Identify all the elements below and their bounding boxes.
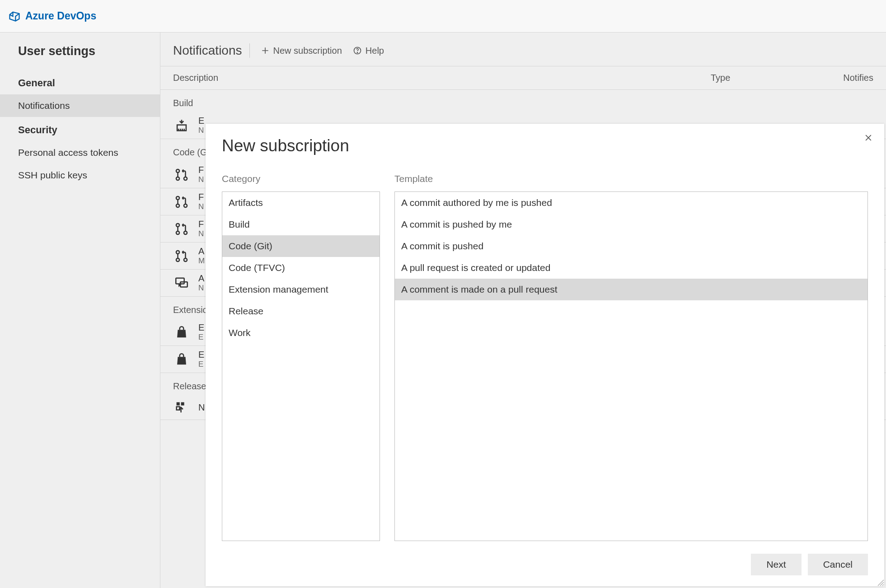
row-line1: A	[198, 273, 204, 284]
row-line1: E	[198, 322, 204, 333]
next-button[interactable]: Next	[751, 554, 801, 575]
close-icon	[864, 133, 873, 142]
category-item-release[interactable]: Release	[222, 300, 380, 322]
category-item-artifacts[interactable]: Artifacts	[222, 192, 380, 214]
row-line1: F	[198, 165, 204, 175]
row-line2: E	[198, 360, 204, 369]
category-item-extension-management[interactable]: Extension management	[222, 279, 380, 300]
row-line2: M	[198, 257, 205, 266]
modal-title: New subscription	[222, 136, 868, 155]
new-subscription-modal: New subscription Category Artifacts Buil…	[206, 124, 884, 586]
svg-point-3	[176, 169, 179, 172]
category-item-code-tfvc[interactable]: Code (TFVC)	[222, 257, 380, 279]
svg-point-7	[176, 204, 179, 207]
row-line2: N	[198, 202, 204, 211]
svg-point-4	[176, 177, 179, 180]
row-line2: N	[198, 229, 204, 238]
new-subscription-label: New subscription	[273, 46, 342, 56]
svg-point-6	[176, 196, 179, 199]
pull-request-icon	[173, 220, 190, 238]
row-line1: A	[198, 246, 205, 257]
azure-devops-icon	[8, 10, 21, 23]
sidebar-item-notifications[interactable]: Notifications	[0, 94, 160, 117]
sidebar-item-ssh-public-keys[interactable]: SSH public keys	[0, 164, 160, 187]
template-label: Template	[394, 173, 868, 184]
release-icon	[173, 399, 190, 416]
category-listbox: Artifacts Build Code (Git) Code (TFVC) E…	[222, 191, 380, 541]
section-build: Build	[160, 90, 886, 112]
svg-point-8	[184, 204, 187, 207]
close-button[interactable]	[863, 132, 874, 144]
svg-rect-17	[177, 402, 180, 406]
category-label: Category	[222, 173, 380, 184]
help-label: Help	[366, 46, 384, 56]
template-item-commit-authored-pushed[interactable]: A commit authored by me is pushed	[395, 192, 867, 214]
row-line1: F	[198, 219, 204, 229]
pull-request-icon	[173, 247, 190, 265]
row-line2: E	[198, 333, 204, 342]
row-line1: E	[198, 350, 204, 360]
help-icon	[353, 46, 362, 55]
bag-icon	[173, 324, 190, 341]
svg-point-9	[176, 223, 179, 226]
content-header: Notifications New subscription Help	[160, 33, 886, 66]
plus-icon	[261, 46, 270, 55]
product-name: Azure DevOps	[25, 10, 96, 22]
sidebar-group-general: General	[0, 70, 160, 94]
sidebar-title: User settings	[0, 42, 160, 70]
col-type: Type	[711, 73, 824, 83]
template-item-pr-comment[interactable]: A comment is made on a pull request	[395, 279, 867, 300]
modal-footer: Next Cancel	[222, 541, 868, 575]
page-title: Notifications	[173, 43, 250, 58]
category-column: Category Artifacts Build Code (Git) Code…	[222, 173, 380, 541]
help-button[interactable]: Help	[353, 46, 384, 56]
svg-point-12	[176, 250, 179, 253]
row-line2: N	[198, 126, 204, 135]
svg-point-10	[176, 231, 179, 234]
pull-request-icon	[173, 166, 190, 183]
topbar: Azure DevOps	[0, 0, 886, 33]
category-item-code-git[interactable]: Code (Git)	[222, 235, 380, 257]
row-line1: N	[198, 402, 205, 413]
template-column: Template A commit authored by me is push…	[394, 173, 868, 541]
category-item-build[interactable]: Build	[222, 214, 380, 235]
template-item-commit-pushed[interactable]: A commit is pushed	[395, 235, 867, 257]
svg-point-5	[184, 177, 187, 180]
col-notifies: Notifies	[824, 73, 873, 83]
row-line1: F	[198, 192, 204, 202]
svg-rect-18	[181, 402, 184, 406]
list-header: Description Type Notifies	[160, 66, 886, 90]
discussion-icon	[173, 275, 190, 292]
template-item-pr-created-updated[interactable]: A pull request is created or updated	[395, 257, 867, 279]
build-icon	[173, 117, 190, 134]
product-logo[interactable]: Azure DevOps	[8, 10, 96, 23]
sidebar: User settings General Notifications Secu…	[0, 33, 160, 588]
svg-point-14	[184, 258, 187, 261]
row-line2: N	[198, 284, 204, 293]
row-line2: N	[198, 175, 204, 184]
category-item-work[interactable]: Work	[222, 322, 380, 344]
svg-point-1	[357, 52, 357, 53]
template-item-commit-pushed-by-me[interactable]: A commit is pushed by me	[395, 214, 867, 235]
col-description: Description	[173, 73, 711, 83]
sidebar-item-personal-access-tokens[interactable]: Personal access tokens	[0, 141, 160, 164]
pull-request-icon	[173, 193, 190, 210]
svg-point-13	[176, 258, 179, 261]
new-subscription-button[interactable]: New subscription	[261, 46, 342, 56]
svg-point-11	[184, 231, 187, 234]
resize-grip-icon[interactable]	[876, 578, 884, 586]
row-line1: E	[198, 116, 204, 126]
template-listbox: A commit authored by me is pushed A comm…	[394, 191, 868, 541]
sidebar-group-security: Security	[0, 117, 160, 141]
cancel-button[interactable]: Cancel	[808, 554, 868, 575]
bag-icon	[173, 351, 190, 368]
